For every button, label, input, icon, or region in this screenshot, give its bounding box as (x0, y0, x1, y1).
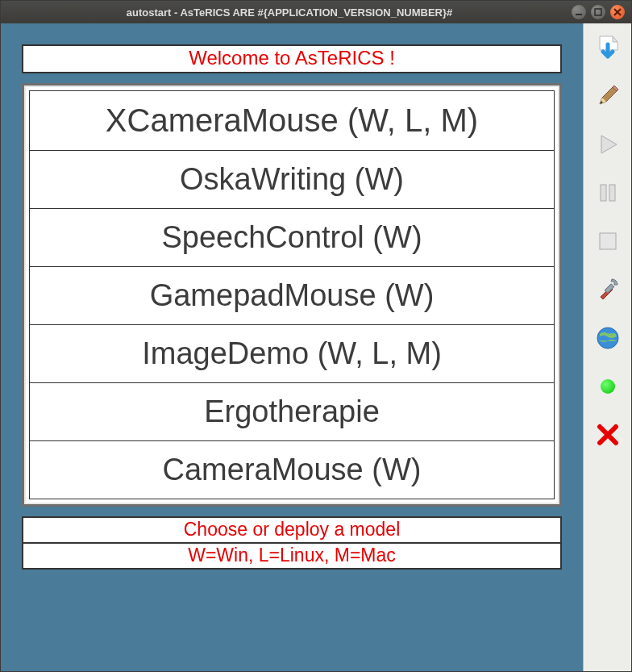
svg-rect-3 (609, 185, 615, 201)
tools-button[interactable] (592, 273, 624, 306)
model-item-oskawriting[interactable]: OskaWriting (W) (29, 150, 555, 209)
model-item-ergotherapie[interactable]: Ergotherapie (29, 382, 555, 441)
close-x-icon (596, 423, 620, 447)
maximize-button[interactable] (591, 5, 605, 19)
globe-icon (595, 325, 621, 351)
client-area: Welcome to AsTeRICS ! XCameraMouse (W, L… (1, 23, 631, 671)
app-window: autostart - AsTeRICS ARE #{APPLICATION_V… (0, 0, 632, 672)
stop-icon (597, 230, 619, 253)
model-item-gamepadmouse[interactable]: GamepadMouse (W) (29, 266, 555, 325)
svg-rect-1 (595, 9, 601, 15)
globe-button[interactable] (592, 322, 624, 354)
sidebar-toolbar (583, 23, 631, 671)
play-button[interactable] (592, 128, 624, 161)
svg-rect-4 (600, 233, 616, 249)
close-icon (613, 8, 622, 16)
exit-button[interactable] (592, 419, 624, 451)
pause-button[interactable] (592, 177, 624, 209)
model-item-cameramouse[interactable]: CameraMouse (W) (29, 440, 555, 499)
window-title: autostart - AsTeRICS ARE #{APPLICATION_V… (7, 6, 572, 19)
pencil-icon (595, 83, 621, 109)
stop-button[interactable] (592, 225, 624, 257)
edit-button[interactable] (592, 80, 624, 112)
pause-icon (597, 182, 619, 204)
footer: Choose or deploy a model W=Win, L=Linux,… (22, 516, 562, 570)
content-area: Welcome to AsTeRICS ! XCameraMouse (W, L… (1, 23, 583, 671)
play-icon (596, 132, 620, 157)
footer-legend: W=Win, L=Linux, M=Mac (22, 542, 562, 570)
svg-point-6 (597, 328, 618, 349)
svg-rect-5 (605, 284, 613, 293)
model-item-speechcontrol[interactable]: SpeechControl (W) (29, 208, 555, 267)
window-controls (572, 5, 625, 19)
svg-rect-0 (576, 14, 582, 15)
download-button[interactable] (592, 31, 624, 64)
status-indicator (592, 370, 624, 403)
download-icon (593, 33, 622, 62)
footer-instruction: Choose or deploy a model (22, 516, 562, 544)
welcome-banner: Welcome to AsTeRICS ! (22, 44, 562, 73)
titlebar: autostart - AsTeRICS ARE #{APPLICATION_V… (1, 1, 631, 23)
model-item-xcameramouse[interactable]: XCameraMouse (W, L, M) (29, 90, 555, 151)
model-list: XCameraMouse (W, L, M) OskaWriting (W) S… (22, 83, 562, 507)
window-close-button[interactable] (610, 5, 625, 19)
tools-icon (594, 276, 622, 303)
model-item-imagedemo[interactable]: ImageDemo (W, L, M) (29, 324, 555, 383)
minimize-icon (575, 8, 583, 16)
minimize-button[interactable] (572, 5, 586, 19)
status-active-icon (601, 379, 615, 394)
svg-rect-2 (601, 185, 606, 201)
maximize-icon (594, 8, 602, 16)
